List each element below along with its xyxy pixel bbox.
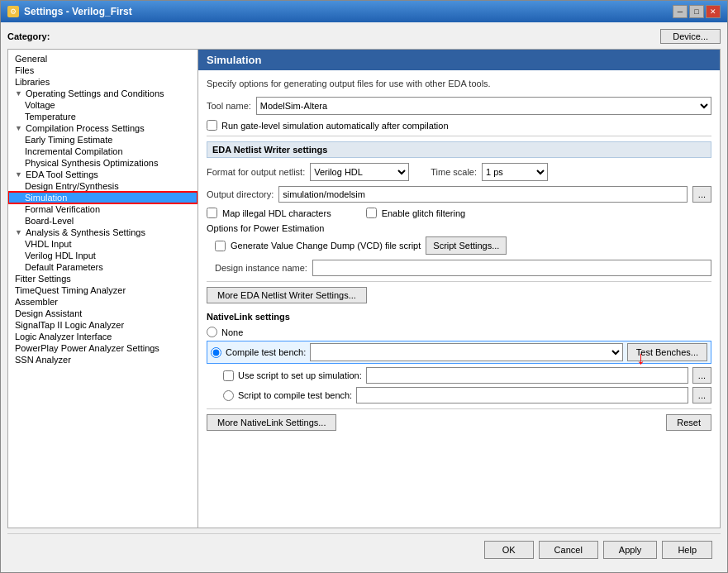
sidebar-item-signaltap[interactable]: SignalTap II Logic Analyzer — [8, 319, 197, 331]
map-illegal-checkbox[interactable] — [207, 208, 217, 218]
sidebar-item-early-timing[interactable]: Early Timing Estimate — [8, 134, 197, 146]
sidebar-item-assembler[interactable]: Assembler — [8, 296, 197, 308]
use-script-input[interactable] — [366, 367, 688, 384]
generate-vcd-checkbox[interactable] — [215, 241, 226, 251]
expand-arrow-operating: ▼ — [15, 89, 23, 98]
run-gate-level-row: Run gate-level simulation automatically … — [207, 120, 711, 131]
use-script-checkbox[interactable] — [223, 370, 234, 381]
script-compile-browse-btn[interactable]: ... — [692, 387, 711, 403]
sidebar-item-voltage[interactable]: Voltage — [8, 99, 197, 111]
design-instance-row: Design instance name: — [207, 260, 711, 276]
sidebar-item-powerplay[interactable]: PowerPlay Power Analyzer Settings — [8, 342, 197, 354]
category-label: Category: — [7, 31, 50, 41]
more-eda-btn[interactable]: More EDA Netlist Writer Settings... — [207, 287, 367, 303]
script-compile-label: Script to compile test bench: — [238, 390, 352, 400]
compile-bench-select[interactable] — [310, 343, 623, 361]
sidebar-item-eda[interactable]: ▼ EDA Tool Settings — [8, 169, 197, 180]
expand-arrow-analysis: ▼ — [15, 228, 23, 236]
none-label: None — [221, 327, 243, 337]
sidebar-item-verilog-hdl[interactable]: Verilog HDL Input — [8, 250, 197, 261]
sidebar-item-design-entry[interactable]: Design Entry/Synthesis — [8, 180, 197, 192]
use-script-browse-btn[interactable]: ... — [692, 367, 711, 384]
compile-bench-radio[interactable] — [211, 347, 221, 358]
close-btn[interactable]: ✕ — [706, 5, 721, 18]
power-estimation-label: Options for Power Estimation — [207, 223, 711, 233]
main-window: ⚙ Settings - Verilog_First ─ □ ✕ Categor… — [0, 0, 728, 573]
output-dir-input[interactable] — [278, 186, 688, 203]
generate-vcd-label: Generate Value Change Dump (VCD) file sc… — [231, 241, 421, 251]
minimize-btn[interactable]: ─ — [673, 5, 688, 18]
sidebar-item-libraries[interactable]: Libraries — [8, 76, 197, 88]
more-nativelink-btn[interactable]: More NativeLink Settings... — [207, 414, 336, 431]
sidebar-item-timequest[interactable]: TimeQuest Timing Analyzer — [8, 284, 197, 296]
bottom-panel-row: More NativeLink Settings... Reset — [207, 414, 711, 431]
app-icon: ⚙ — [7, 6, 19, 17]
run-gate-level-checkbox[interactable] — [207, 120, 217, 131]
eda-netlist-header: EDA Netlist Writer settings — [207, 141, 711, 158]
tool-name-row: Tool name: ModelSim-Altera ModelSim VCS … — [207, 97, 711, 115]
divider-3 — [207, 408, 711, 409]
main-panel: Simulation Specify options for generatin… — [198, 50, 720, 528]
run-gate-level-label: Run gate-level simulation automatically … — [221, 121, 449, 131]
sidebar-item-files[interactable]: Files — [8, 64, 197, 76]
reset-btn[interactable]: Reset — [666, 414, 711, 431]
script-settings-btn[interactable]: Script Settings... — [426, 236, 507, 255]
sidebar-item-formal[interactable]: Formal Verification — [8, 203, 197, 215]
output-dir-row: Output directory: ... — [207, 186, 711, 203]
red-arrow-icon: ↓ — [636, 347, 645, 369]
sidebar-item-physical[interactable]: Physical Synthesis Optimizations — [8, 157, 197, 169]
format-select[interactable]: Verilog HDL VHDL — [310, 163, 409, 181]
enable-glitch-checkbox[interactable] — [366, 208, 377, 218]
sidebar-item-logic-analyzer[interactable]: Logic Analyzer Interface — [8, 331, 197, 342]
map-illegal-label: Map illegal HDL characters — [222, 208, 331, 218]
bottom-buttons: OK Cancel Apply Help — [7, 533, 721, 566]
expand-arrow-eda: ▼ — [15, 170, 23, 179]
cancel-button[interactable]: Cancel — [539, 541, 598, 559]
divider-2 — [207, 281, 711, 282]
time-scale-label: Time scale: — [431, 167, 477, 177]
panel-title: Simulation — [198, 50, 720, 70]
design-instance-input[interactable] — [312, 260, 711, 276]
sidebar-item-design-assistant[interactable]: Design Assistant — [8, 308, 197, 319]
ok-button[interactable]: OK — [484, 541, 534, 559]
sidebar-item-default-params[interactable]: Default Parameters — [8, 261, 197, 273]
format-label: Format for output netlist: — [207, 167, 305, 177]
sidebar-item-compilation[interactable]: ▼ Compilation Process Settings — [8, 122, 197, 134]
use-script-row: Use script to set up simulation: ... — [207, 367, 711, 384]
sidebar-item-incremental[interactable]: Incremental Compilation — [8, 146, 197, 157]
window-content: Category: Device... General Files Librar… — [1, 22, 727, 572]
script-compile-radio[interactable] — [223, 390, 234, 401]
sidebar-item-simulation[interactable]: Simulation — [8, 192, 197, 203]
sidebar-item-temperature[interactable]: Temperature — [8, 111, 197, 122]
category-row: Category: Device... — [7, 29, 721, 44]
expand-arrow-compilation: ▼ — [15, 124, 23, 132]
generate-vcd-row: Generate Value Change Dump (VCD) file sc… — [207, 236, 711, 255]
none-radio-row: None — [207, 327, 711, 337]
divider-1 — [207, 136, 711, 136]
title-bar: ⚙ Settings - Verilog_First ─ □ ✕ — [1, 1, 727, 22]
script-compile-input[interactable] — [356, 387, 688, 403]
main-area: General Files Libraries ▼ Operating Sett… — [7, 49, 721, 528]
tool-name-select[interactable]: ModelSim-Altera ModelSim VCS NCSim — [256, 97, 711, 115]
window-title: Settings - Verilog_First — [24, 6, 132, 17]
maximize-btn[interactable]: □ — [689, 5, 704, 18]
time-scale-select[interactable]: 1 ps 1 ns 1 fs — [482, 163, 548, 181]
none-radio[interactable] — [207, 327, 217, 337]
sidebar-item-board-level[interactable]: Board-Level — [8, 215, 197, 227]
sidebar-item-analysis[interactable]: ▼ Analysis & Synthesis Settings — [8, 227, 197, 238]
sidebar-item-operating[interactable]: ▼ Operating Settings and Conditions — [8, 88, 197, 99]
apply-button[interactable]: Apply — [603, 541, 658, 559]
sidebar-item-vhdl[interactable]: VHDL Input — [8, 238, 197, 250]
use-script-label: Use script to set up simulation: — [238, 370, 362, 380]
enable-glitch-label: Enable glitch filtering — [382, 208, 466, 218]
format-timescale-row: Format for output netlist: Verilog HDL V… — [207, 163, 711, 181]
sidebar-item-general[interactable]: General — [8, 53, 197, 64]
sidebar-item-ssn[interactable]: SSN Analyzer — [8, 354, 197, 365]
device-button[interactable]: Device... — [660, 29, 721, 44]
help-button[interactable]: Help — [662, 541, 712, 559]
design-instance-label: Design instance name: — [215, 263, 307, 273]
compile-bench-label: Compile test bench: — [226, 347, 306, 357]
output-dir-browse-btn[interactable]: ... — [692, 186, 711, 203]
sidebar-item-fitter[interactable]: Fitter Settings — [8, 273, 197, 284]
script-compile-row: Script to compile test bench: ... — [207, 387, 711, 403]
